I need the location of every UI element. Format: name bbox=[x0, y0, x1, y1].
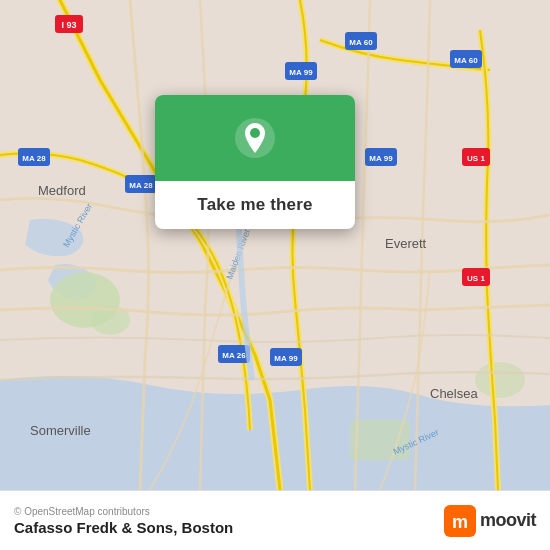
place-name: Cafasso Fredk & Sons, Boston bbox=[14, 519, 233, 536]
svg-text:MA 26: MA 26 bbox=[222, 351, 246, 360]
location-popup: Take me there bbox=[155, 95, 355, 229]
location-pin-icon bbox=[234, 117, 276, 159]
svg-text:Chelsea: Chelsea bbox=[430, 386, 478, 401]
svg-point-35 bbox=[250, 128, 260, 138]
footer-info: © OpenStreetMap contributors Cafasso Fre… bbox=[14, 506, 233, 536]
svg-text:Everett: Everett bbox=[385, 236, 427, 251]
svg-text:US 1: US 1 bbox=[467, 274, 485, 283]
map-view: I 93 MA 28 MA 28 MA 26 MA 60 MA 60 MA 99… bbox=[0, 0, 550, 490]
take-me-there-button[interactable]: Take me there bbox=[197, 195, 312, 215]
svg-text:MA 28: MA 28 bbox=[22, 154, 46, 163]
svg-text:Medford: Medford bbox=[38, 183, 86, 198]
svg-text:m: m bbox=[452, 512, 468, 532]
moovit-logo: m moovit bbox=[444, 505, 536, 537]
svg-text:MA 99: MA 99 bbox=[274, 354, 298, 363]
svg-text:US 1: US 1 bbox=[467, 154, 485, 163]
footer-bar: © OpenStreetMap contributors Cafasso Fre… bbox=[0, 490, 550, 550]
popup-action-area[interactable]: Take me there bbox=[155, 181, 355, 229]
svg-text:MA 60: MA 60 bbox=[454, 56, 478, 65]
svg-text:Somerville: Somerville bbox=[30, 423, 91, 438]
popup-header bbox=[155, 95, 355, 181]
copyright-text: © OpenStreetMap contributors bbox=[14, 506, 233, 517]
moovit-brand-text: moovit bbox=[480, 510, 536, 531]
svg-point-4 bbox=[475, 362, 525, 398]
svg-text:MA 60: MA 60 bbox=[349, 38, 373, 47]
svg-text:I 93: I 93 bbox=[61, 20, 76, 30]
svg-text:MA 28: MA 28 bbox=[129, 181, 153, 190]
svg-text:MA 99: MA 99 bbox=[369, 154, 393, 163]
moovit-brand-icon: m bbox=[444, 505, 476, 537]
svg-text:MA 99: MA 99 bbox=[289, 68, 313, 77]
